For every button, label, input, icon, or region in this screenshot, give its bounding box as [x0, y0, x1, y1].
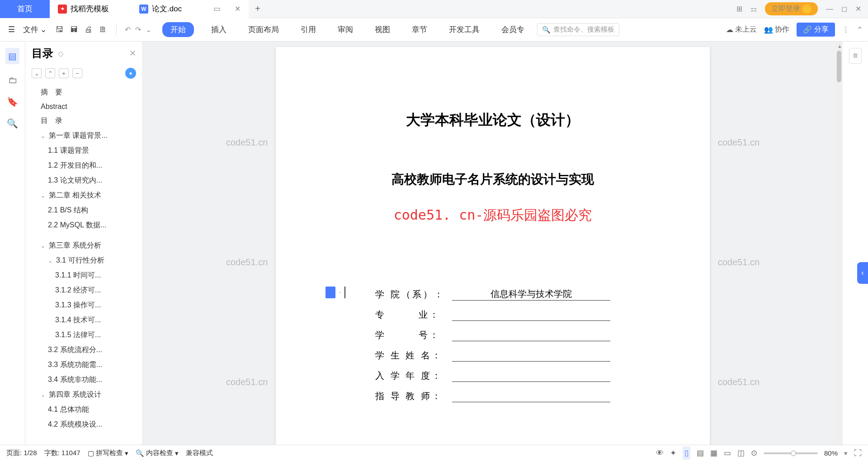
- outline-item[interactable]: 3.4 系统非功能...: [32, 372, 139, 387]
- ribbon-tab-vip[interactable]: 会员专: [497, 22, 529, 37]
- content-check-button[interactable]: 🔍 内容检查 ▾: [136, 449, 179, 457]
- ribbon-tab-view[interactable]: 视图: [370, 22, 395, 37]
- ribbon-tab-reference[interactable]: 引用: [296, 22, 321, 37]
- dropdown-icon[interactable]: ⌄: [146, 25, 151, 34]
- bookmark-rail-icon[interactable]: 🔖: [7, 96, 18, 107]
- outline-item[interactable]: 1.1 课题背景: [32, 143, 139, 158]
- screen-icon[interactable]: ▭: [210, 4, 224, 14]
- outline-item[interactable]: 3.1.3 操作可...: [32, 298, 139, 313]
- search-rail-icon[interactable]: 🔍: [7, 118, 18, 129]
- folder-rail-icon[interactable]: 🗀: [8, 75, 17, 85]
- preview-icon[interactable]: 🗎: [99, 25, 107, 34]
- new-tab-button[interactable]: +: [249, 4, 267, 14]
- collapse-icon[interactable]: ⌃: [857, 25, 863, 34]
- field-label: 学 院（系）：: [375, 288, 452, 301]
- field-label: 专 业：: [375, 309, 452, 321]
- maximize-icon[interactable]: ◻: [841, 5, 847, 13]
- web-view-icon[interactable]: ▤: [697, 448, 704, 458]
- ribbon-tab-layout[interactable]: 页面布局: [244, 22, 283, 37]
- document-canvas[interactable]: code51.cn code51.cn code51.cn code51.cn …: [143, 42, 843, 445]
- page-count[interactable]: 页面: 1/28: [6, 449, 37, 457]
- split-view-icon[interactable]: ◫: [737, 448, 745, 458]
- side-tab[interactable]: ‹: [857, 262, 868, 284]
- outline-item[interactable]: 3.3 系统功能需...: [32, 358, 139, 372]
- ribbon-tab-insert[interactable]: 插入: [207, 22, 231, 37]
- zoom-fit-icon[interactable]: ⊙: [751, 448, 757, 458]
- outline-item[interactable]: Abstract: [32, 100, 139, 113]
- expand-all-icon[interactable]: ⌃: [45, 68, 55, 78]
- ribbon-tab-chapter[interactable]: 章节: [407, 22, 432, 37]
- page-view-icon[interactable]: ▯: [683, 447, 690, 460]
- field-label: 学 号：: [375, 329, 452, 341]
- outline-item[interactable]: 4.1 总体功能: [32, 402, 139, 417]
- outline-item[interactable]: 2.2 MySQL 数据...: [32, 218, 139, 233]
- word-count[interactable]: 字数: 11047: [44, 449, 80, 457]
- fullscreen-icon[interactable]: ⛶: [854, 449, 862, 458]
- outline-item[interactable]: ⌄3.1 可行性分析: [32, 253, 139, 268]
- tab-document[interactable]: W 论文.doc ▭ ✕: [131, 0, 249, 18]
- tab-template[interactable]: ✦找稻壳模板: [50, 0, 131, 18]
- outline-item[interactable]: 摘 要: [32, 85, 139, 100]
- zoom-slider[interactable]: [764, 452, 818, 454]
- add-icon[interactable]: +: [59, 68, 69, 78]
- undo-redo: ↶ ↷ ⌄: [122, 25, 154, 34]
- save-as-icon[interactable]: 🖬: [70, 25, 78, 34]
- outline-item[interactable]: ⌄第二章 相关技术: [32, 188, 139, 203]
- scroll-up-icon[interactable]: ▲: [837, 43, 842, 49]
- outline-item[interactable]: ⌄第三章 系统分析: [32, 238, 139, 253]
- outline-item[interactable]: 3.1.2 经济可...: [32, 283, 139, 298]
- collapse-all-icon[interactable]: ⌄: [32, 68, 42, 78]
- read-view-icon[interactable]: ▭: [724, 448, 731, 458]
- close-tab-icon[interactable]: ✕: [235, 5, 241, 13]
- ribbon-tab-dev[interactable]: 开发工具: [444, 22, 484, 37]
- ribbon-tab-review[interactable]: 审阅: [333, 22, 358, 37]
- print-icon[interactable]: 🖨: [85, 25, 93, 34]
- outline-item[interactable]: 4.2 系统模块设...: [32, 417, 139, 432]
- eye-icon[interactable]: 👁: [656, 449, 664, 458]
- compat-mode[interactable]: 兼容模式: [186, 449, 213, 457]
- outline-list[interactable]: 摘 要Abstract目 录⌄第一章 课题背景...1.1 课题背景1.2 开发…: [25, 81, 142, 445]
- ai-icon[interactable]: ●: [125, 68, 136, 79]
- collab-button[interactable]: 👥 协作: [764, 25, 789, 34]
- layout-icon[interactable]: ⊞: [736, 5, 742, 13]
- outline-view-icon[interactable]: ▦: [710, 448, 717, 458]
- zoom-level[interactable]: 80%: [824, 449, 838, 457]
- outline-item[interactable]: ⌄第一章 课题背景...: [32, 128, 139, 143]
- outline-item[interactable]: 3.2 系统流程分...: [32, 343, 139, 358]
- cloud-button[interactable]: ☁ 未上云: [726, 25, 757, 34]
- login-button[interactable]: 立即登录: [765, 2, 818, 15]
- close-window-icon[interactable]: ✕: [855, 5, 861, 13]
- outline-item[interactable]: 目 录: [32, 113, 139, 128]
- outline-item[interactable]: 3.1.1 时间可...: [32, 268, 139, 283]
- format-icon[interactable]: ≡: [849, 48, 862, 64]
- scroll-thumb[interactable]: [837, 51, 841, 82]
- redo-icon[interactable]: ↷: [135, 25, 141, 34]
- spellcheck-button[interactable]: ▢ 拼写检查 ▾: [88, 449, 128, 457]
- outline-item[interactable]: 1.3 论文研究内...: [32, 173, 139, 188]
- outline-item[interactable]: ⌄第四章 系统设计: [32, 387, 139, 402]
- minimize-icon[interactable]: —: [826, 5, 833, 13]
- file-menu[interactable]: 文件 ⌄: [20, 24, 49, 35]
- outline-item[interactable]: 3.1.5 法律可...: [32, 328, 139, 343]
- undo-icon[interactable]: ↶: [125, 25, 131, 34]
- hamburger-icon[interactable]: ☰: [5, 25, 18, 34]
- share-button[interactable]: 🔗 分享: [797, 23, 835, 37]
- pin-icon[interactable]: ◇: [58, 49, 63, 58]
- save-icon[interactable]: 🖫: [56, 25, 64, 34]
- field-row: 学 号：: [375, 329, 610, 341]
- outline-rail-icon[interactable]: ▤: [5, 48, 19, 64]
- ribbon-tab-start[interactable]: 开始: [162, 22, 194, 37]
- outline-item[interactable]: [32, 233, 139, 238]
- outline-item[interactable]: 1.2 开发目的和...: [32, 158, 139, 173]
- vertical-scrollbar[interactable]: ▲: [835, 42, 843, 445]
- info-fields: 学 院（系）：信息科学与技术学院专 业：学 号：学 生 姓 名：入 学 年 度：…: [375, 288, 610, 402]
- outline-item[interactable]: 2.1 B/S 结构: [32, 203, 139, 218]
- outline-item[interactable]: 3.1.4 技术可...: [32, 313, 139, 328]
- more-icon[interactable]: ⋮: [842, 25, 849, 34]
- apps-icon[interactable]: ⚏: [750, 5, 757, 13]
- remove-icon[interactable]: −: [72, 68, 82, 78]
- tab-home[interactable]: 首页: [0, 0, 50, 18]
- star-icon[interactable]: ✦: [670, 448, 676, 458]
- close-outline-icon[interactable]: ✕: [129, 48, 136, 58]
- search-input[interactable]: 🔍 查找命令、搜索模板: [537, 23, 619, 36]
